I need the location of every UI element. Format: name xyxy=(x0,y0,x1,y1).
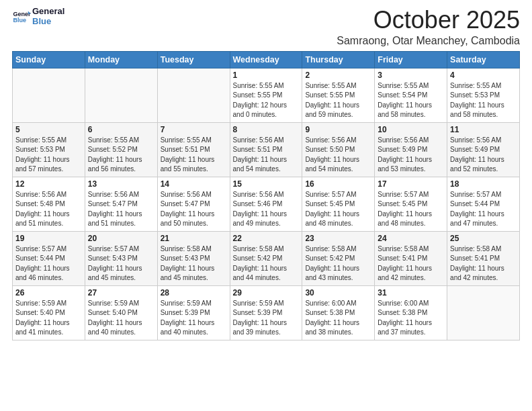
calendar-cell: 7Sunrise: 5:55 AMSunset: 5:51 PMDaylight… xyxy=(157,122,230,177)
calendar-week-row: 26Sunrise: 5:59 AMSunset: 5:40 PMDayligh… xyxy=(13,285,520,340)
day-info: Sunrise: 5:58 AMSunset: 5:42 PMDaylight:… xyxy=(305,244,371,283)
day-number: 7 xyxy=(161,125,227,134)
calendar-cell: 31Sunrise: 6:00 AMSunset: 5:38 PMDayligh… xyxy=(375,285,447,340)
day-number: 15 xyxy=(233,179,300,189)
calendar-cell: 6Sunrise: 5:55 AMSunset: 5:52 PMDaylight… xyxy=(85,122,157,177)
calendar-cell: 4Sunrise: 5:55 AMSunset: 5:53 PMDaylight… xyxy=(447,68,520,122)
day-info: Sunrise: 5:56 AMSunset: 5:51 PMDaylight:… xyxy=(233,136,300,175)
calendar-cell: 2Sunrise: 5:55 AMSunset: 5:55 PMDaylight… xyxy=(302,68,375,122)
day-number: 19 xyxy=(15,234,82,243)
col-monday: Monday xyxy=(85,51,157,68)
calendar-cell: 20Sunrise: 5:57 AMSunset: 5:43 PMDayligh… xyxy=(85,231,157,285)
calendar-cell: 18Sunrise: 5:57 AMSunset: 5:44 PMDayligh… xyxy=(447,177,520,231)
calendar-cell: 30Sunrise: 6:00 AMSunset: 5:38 PMDayligh… xyxy=(302,285,375,340)
calendar-cell: 24Sunrise: 5:58 AMSunset: 5:41 PMDayligh… xyxy=(375,231,447,285)
col-friday: Friday xyxy=(375,51,447,68)
header: General Blue General Blue October 2025 S… xyxy=(12,7,520,47)
day-number: 2 xyxy=(305,71,371,80)
calendar-cell xyxy=(447,285,520,340)
calendar-cell: 17Sunrise: 5:57 AMSunset: 5:45 PMDayligh… xyxy=(375,177,447,231)
location-title: Samraong, Otar Meanchey, Cambodia xyxy=(337,35,520,47)
day-info: Sunrise: 5:59 AMSunset: 5:40 PMDaylight:… xyxy=(15,299,82,338)
day-info: Sunrise: 5:58 AMSunset: 5:41 PMDaylight:… xyxy=(450,244,517,283)
calendar-cell: 10Sunrise: 5:56 AMSunset: 5:49 PMDayligh… xyxy=(375,122,447,177)
day-info: Sunrise: 5:57 AMSunset: 5:43 PMDaylight:… xyxy=(88,244,154,283)
day-number: 24 xyxy=(378,234,444,243)
day-number: 18 xyxy=(450,179,517,189)
day-number: 29 xyxy=(233,288,300,298)
calendar-cell: 28Sunrise: 5:59 AMSunset: 5:39 PMDayligh… xyxy=(157,285,230,340)
calendar-cell: 14Sunrise: 5:56 AMSunset: 5:47 PMDayligh… xyxy=(157,177,230,231)
day-info: Sunrise: 5:56 AMSunset: 5:47 PMDaylight:… xyxy=(161,190,227,229)
calendar-cell: 19Sunrise: 5:57 AMSunset: 5:44 PMDayligh… xyxy=(13,231,85,285)
day-info: Sunrise: 5:55 AMSunset: 5:52 PMDaylight:… xyxy=(88,136,154,175)
day-number: 17 xyxy=(378,179,444,189)
day-info: Sunrise: 5:57 AMSunset: 5:45 PMDaylight:… xyxy=(305,190,371,229)
day-info: Sunrise: 5:59 AMSunset: 5:39 PMDaylight:… xyxy=(161,299,227,338)
day-info: Sunrise: 5:57 AMSunset: 5:45 PMDaylight:… xyxy=(378,190,444,229)
month-title: October 2025 xyxy=(337,7,520,34)
logo-general: General xyxy=(32,7,64,17)
day-number: 27 xyxy=(88,288,154,298)
title-block: October 2025 Samraong, Otar Meanchey, Ca… xyxy=(337,7,520,47)
col-tuesday: Tuesday xyxy=(157,51,230,68)
day-info: Sunrise: 5:55 AMSunset: 5:55 PMDaylight:… xyxy=(233,81,300,120)
day-info: Sunrise: 5:56 AMSunset: 5:50 PMDaylight:… xyxy=(305,136,371,175)
calendar-table: Sunday Monday Tuesday Wednesday Thursday… xyxy=(12,51,520,340)
calendar-cell: 25Sunrise: 5:58 AMSunset: 5:41 PMDayligh… xyxy=(447,231,520,285)
calendar-cell: 12Sunrise: 5:56 AMSunset: 5:48 PMDayligh… xyxy=(13,177,85,231)
calendar-cell: 1Sunrise: 5:55 AMSunset: 5:55 PMDaylight… xyxy=(230,68,302,122)
calendar-cell: 5Sunrise: 5:55 AMSunset: 5:53 PMDaylight… xyxy=(13,122,85,177)
day-number: 10 xyxy=(378,125,444,134)
day-info: Sunrise: 5:55 AMSunset: 5:55 PMDaylight:… xyxy=(305,81,371,120)
day-info: Sunrise: 5:59 AMSunset: 5:40 PMDaylight:… xyxy=(88,299,154,338)
day-info: Sunrise: 6:00 AMSunset: 5:38 PMDaylight:… xyxy=(378,299,444,338)
day-number: 1 xyxy=(233,71,300,80)
day-info: Sunrise: 5:59 AMSunset: 5:39 PMDaylight:… xyxy=(233,299,300,338)
day-number: 3 xyxy=(378,71,444,80)
day-number: 4 xyxy=(450,71,517,80)
logo: General Blue General Blue xyxy=(12,7,64,27)
col-saturday: Saturday xyxy=(447,51,520,68)
calendar-cell xyxy=(157,68,230,122)
day-number: 20 xyxy=(88,234,154,243)
logo-blue: Blue xyxy=(32,17,64,27)
day-number: 8 xyxy=(233,125,300,134)
day-number: 23 xyxy=(305,234,371,243)
day-number: 11 xyxy=(450,125,517,134)
calendar-cell: 3Sunrise: 5:55 AMSunset: 5:54 PMDaylight… xyxy=(375,68,447,122)
day-info: Sunrise: 5:56 AMSunset: 5:49 PMDaylight:… xyxy=(450,136,517,175)
col-sunday: Sunday xyxy=(13,51,85,68)
col-thursday: Thursday xyxy=(302,51,375,68)
day-info: Sunrise: 5:56 AMSunset: 5:46 PMDaylight:… xyxy=(233,190,300,229)
logo-icon: General Blue xyxy=(12,7,31,26)
day-info: Sunrise: 5:55 AMSunset: 5:53 PMDaylight:… xyxy=(450,81,517,120)
day-number: 14 xyxy=(161,179,227,189)
calendar-cell xyxy=(85,68,157,122)
calendar-cell: 11Sunrise: 5:56 AMSunset: 5:49 PMDayligh… xyxy=(447,122,520,177)
calendar-cell: 13Sunrise: 5:56 AMSunset: 5:47 PMDayligh… xyxy=(85,177,157,231)
day-number: 21 xyxy=(161,234,227,243)
calendar-week-row: 12Sunrise: 5:56 AMSunset: 5:48 PMDayligh… xyxy=(13,177,520,231)
day-info: Sunrise: 5:57 AMSunset: 5:44 PMDaylight:… xyxy=(15,244,82,283)
day-number: 12 xyxy=(15,179,82,189)
day-number: 9 xyxy=(305,125,371,134)
day-number: 6 xyxy=(88,125,154,134)
calendar-cell: 9Sunrise: 5:56 AMSunset: 5:50 PMDaylight… xyxy=(302,122,375,177)
svg-text:Blue: Blue xyxy=(13,17,26,24)
calendar-header-row: Sunday Monday Tuesday Wednesday Thursday… xyxy=(13,51,520,68)
day-number: 25 xyxy=(450,234,517,243)
calendar-cell: 23Sunrise: 5:58 AMSunset: 5:42 PMDayligh… xyxy=(302,231,375,285)
day-number: 13 xyxy=(88,179,154,189)
col-wednesday: Wednesday xyxy=(230,51,302,68)
day-number: 26 xyxy=(15,288,82,298)
day-number: 5 xyxy=(15,125,82,134)
day-info: Sunrise: 5:58 AMSunset: 5:41 PMDaylight:… xyxy=(378,244,444,283)
day-info: Sunrise: 5:56 AMSunset: 5:47 PMDaylight:… xyxy=(88,190,154,229)
calendar-week-row: 19Sunrise: 5:57 AMSunset: 5:44 PMDayligh… xyxy=(13,231,520,285)
calendar-week-row: 1Sunrise: 5:55 AMSunset: 5:55 PMDaylight… xyxy=(13,68,520,122)
day-info: Sunrise: 5:58 AMSunset: 5:42 PMDaylight:… xyxy=(233,244,300,283)
calendar-week-row: 5Sunrise: 5:55 AMSunset: 5:53 PMDaylight… xyxy=(13,122,520,177)
day-number: 31 xyxy=(378,288,444,298)
day-info: Sunrise: 5:57 AMSunset: 5:44 PMDaylight:… xyxy=(450,190,517,229)
